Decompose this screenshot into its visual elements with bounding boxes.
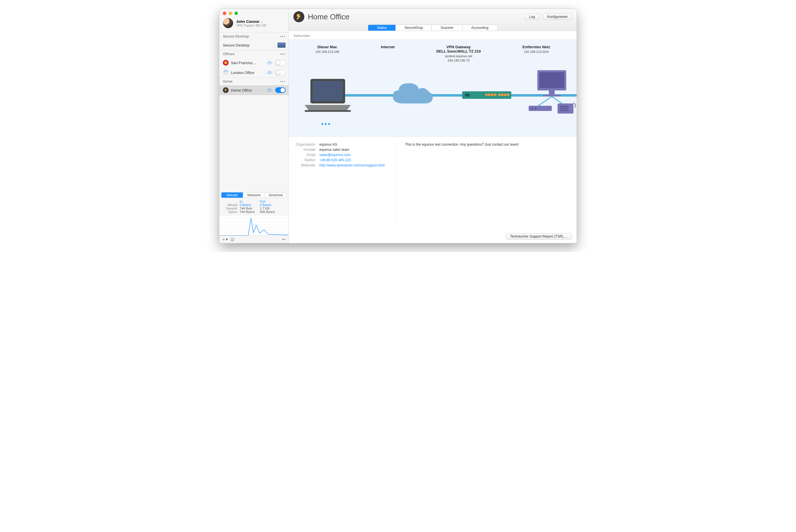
sidebar-item-label: San Francisc… bbox=[231, 61, 264, 65]
sidebar: John Connor⌄ VPN Tracker 365 VIP Secure … bbox=[220, 9, 289, 243]
sidebar-item-san-francisco[interactable]: San Francisc… bbox=[220, 58, 288, 68]
log-button[interactable]: Log bbox=[525, 14, 539, 20]
connection-status-label: Verbunden bbox=[289, 31, 576, 39]
page-title: Home Office bbox=[308, 13, 522, 21]
svg-rect-4 bbox=[305, 110, 351, 112]
node-vpn-gateway: VPN Gateway DELL SonicWALL TZ 210 vpntes… bbox=[436, 45, 481, 63]
sidebar-item-secure-desktop[interactable]: Secure Desktop bbox=[220, 40, 288, 50]
configure-button[interactable]: Konfigurieren bbox=[543, 14, 572, 20]
svg-rect-25 bbox=[560, 106, 569, 107]
add-connection-button[interactable]: ＋▾ bbox=[222, 237, 228, 242]
cloud-upload-icon bbox=[266, 60, 273, 65]
tab-accounting[interactable]: Accounting bbox=[462, 25, 497, 31]
section-title: Home bbox=[223, 79, 232, 83]
svg-rect-14 bbox=[507, 94, 509, 96]
stats-in-header: In: bbox=[240, 200, 260, 203]
laptop-icon bbox=[303, 77, 352, 115]
close-window-button[interactable] bbox=[223, 12, 226, 15]
stats-out-header: Out: bbox=[260, 200, 280, 203]
website-link[interactable]: http://www.vpntracker.com/us/support.htm… bbox=[319, 163, 384, 167]
section-header-home: Home ••• bbox=[220, 77, 288, 85]
svg-rect-10 bbox=[494, 94, 496, 96]
svg-point-22 bbox=[531, 108, 533, 109]
section-header-offices: Offices ••• bbox=[220, 50, 288, 58]
sidebar-item-label: Home Office bbox=[231, 88, 264, 93]
traffic-sparkline bbox=[220, 215, 288, 235]
svg-rect-11 bbox=[498, 94, 500, 96]
tab-network[interactable]: Netzwerk bbox=[243, 192, 264, 198]
connection-toggle[interactable] bbox=[275, 60, 286, 65]
user-account[interactable]: John Connor⌄ VPN Tracker 365 VIP bbox=[220, 17, 288, 32]
tab-activity[interactable]: Aktivität bbox=[222, 192, 243, 198]
section-header-secure-desktop: Secure Desktop ••• bbox=[220, 32, 288, 40]
cloud-upload-icon bbox=[266, 88, 273, 93]
collapse-sidebar-button[interactable]: ⭰ bbox=[282, 237, 286, 242]
main-tabs: Status SecureDrop Scanner Accounting bbox=[293, 24, 572, 31]
svg-rect-9 bbox=[491, 94, 493, 96]
svg-rect-6 bbox=[465, 94, 470, 96]
sidebar-footer: ＋▾ ☑ ⭰ bbox=[220, 235, 288, 243]
email-link[interactable]: sales@equinux.com bbox=[319, 153, 350, 157]
tab-scanner[interactable]: Scanner bbox=[432, 25, 462, 31]
sidebar-item-home-office[interactable]: Home Office bbox=[220, 85, 288, 95]
main-content: Home Office Log Konfigurieren Status Sec… bbox=[289, 9, 576, 243]
sidebar-item-label: London Office bbox=[231, 71, 264, 75]
svg-rect-3 bbox=[312, 81, 343, 101]
tsr-button[interactable]: Technischer Support Report (TSR) … bbox=[506, 233, 572, 240]
node-remote-network: Entferntes Netz 192.168.213.0/24 bbox=[523, 45, 550, 63]
svg-rect-12 bbox=[501, 94, 504, 96]
svg-rect-17 bbox=[549, 91, 555, 95]
sidebar-menu-button[interactable]: ☑ bbox=[231, 237, 234, 242]
svg-line-19 bbox=[537, 96, 552, 106]
key-icon bbox=[293, 11, 304, 22]
gateway-icon bbox=[462, 91, 511, 100]
section-title: Secure Desktop bbox=[223, 34, 249, 38]
sidebar-item-london-office[interactable]: London Office bbox=[220, 68, 288, 77]
activity-tabs: Aktivität Netzwerk Sicherheit bbox=[221, 192, 287, 198]
main-header: Home Office Log Konfigurieren Status Sec… bbox=[289, 9, 576, 31]
contact-details: Organisation equinux AG Kontakt equinux … bbox=[296, 142, 384, 225]
tab-securedrop[interactable]: SecureDrop bbox=[395, 25, 432, 31]
connection-toggle[interactable] bbox=[275, 70, 286, 75]
remote-network-icon bbox=[526, 69, 577, 118]
info-panel: Organisation equinux AG Kontakt equinux … bbox=[289, 136, 576, 231]
user-name: John Connor⌄ bbox=[236, 19, 266, 24]
connection-toggle[interactable] bbox=[275, 87, 286, 93]
cloud-icon bbox=[390, 80, 436, 109]
connection-note: This is the equinux test connection. Any… bbox=[396, 142, 570, 225]
secure-desktop-thumbnail bbox=[278, 42, 286, 48]
tab-status[interactable]: Status bbox=[368, 25, 395, 31]
svg-point-1 bbox=[300, 15, 300, 16]
phone-link[interactable]: +49-89-520 465-220 bbox=[319, 158, 351, 162]
connection-icon bbox=[223, 60, 229, 65]
section-menu-button[interactable]: ••• bbox=[280, 79, 286, 83]
connection-icon bbox=[223, 70, 229, 75]
svg-rect-27 bbox=[560, 110, 569, 111]
svg-rect-16 bbox=[539, 72, 564, 88]
sidebar-item-label: Secure Desktop bbox=[223, 43, 275, 48]
svg-rect-26 bbox=[560, 108, 569, 109]
node-internet: Internet bbox=[381, 45, 395, 63]
svg-rect-18 bbox=[543, 95, 561, 96]
traffic-stats: In: Out: Aktuell: 0 Byte/s 0 Byte/s Gesa… bbox=[220, 198, 288, 215]
node-this-mac: Dieser Mac 192.168.213.189 bbox=[315, 45, 339, 63]
topology-panel: Dieser Mac 192.168.213.189 Internet VPN … bbox=[289, 39, 576, 136]
svg-rect-7 bbox=[485, 94, 488, 96]
svg-rect-13 bbox=[504, 94, 506, 96]
maximize-window-button[interactable] bbox=[234, 12, 238, 15]
tab-security[interactable]: Sicherheit bbox=[265, 192, 286, 198]
section-menu-button[interactable]: ••• bbox=[280, 34, 286, 38]
svg-point-23 bbox=[535, 108, 536, 109]
svg-rect-8 bbox=[488, 94, 491, 96]
section-menu-button[interactable]: ••• bbox=[280, 52, 286, 56]
loading-dots-icon: ••• bbox=[289, 120, 346, 128]
svg-point-0 bbox=[226, 89, 227, 90]
user-plan: VPN Tracker 365 VIP bbox=[236, 24, 266, 27]
minimize-window-button[interactable] bbox=[229, 12, 232, 15]
chevron-down-icon: ⌄ bbox=[261, 20, 263, 23]
section-title: Offices bbox=[223, 52, 235, 56]
app-window: John Connor⌄ VPN Tracker 365 VIP Secure … bbox=[219, 9, 577, 243]
window-controls bbox=[220, 9, 288, 17]
cloud-upload-icon bbox=[266, 70, 273, 75]
key-icon bbox=[223, 87, 229, 93]
